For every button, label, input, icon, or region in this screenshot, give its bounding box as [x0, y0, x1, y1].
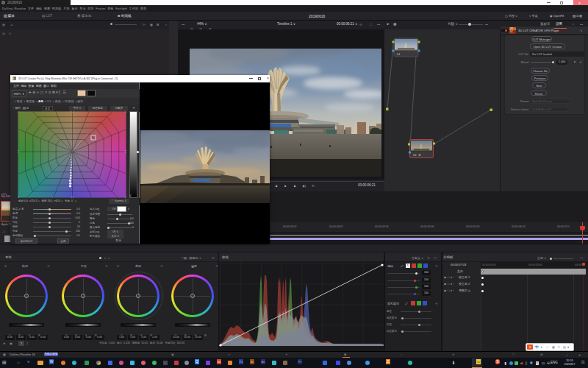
svg-text:02: 02	[413, 153, 417, 157]
svg-text:01: 01	[397, 52, 401, 56]
